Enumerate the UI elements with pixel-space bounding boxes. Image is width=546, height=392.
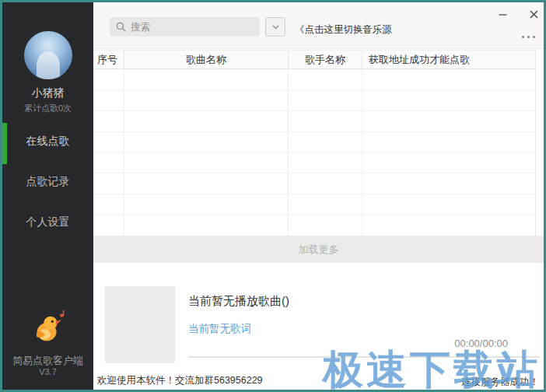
column-header-index: 序号: [93, 51, 124, 68]
song-table-body: [93, 69, 536, 236]
app-name: 简易点歌客户端: [2, 354, 93, 368]
avatar[interactable]: [24, 31, 72, 79]
table-row: [93, 173, 536, 194]
search-icon: [116, 22, 126, 32]
sidebar-item-song-history[interactable]: 点歌记录: [2, 161, 93, 201]
chevron-down-icon: [272, 25, 279, 30]
column-header-artist-name: 歌手名称: [289, 51, 362, 68]
status-bar: 欢迎使用本软件！交流加群563956229 连接服务器成功！: [93, 369, 544, 390]
welcome-status-text: 欢迎使用本软件！交流加群563956229: [97, 374, 263, 387]
more-menu-button[interactable]: [520, 33, 537, 40]
song-table-header: 序号 歌曲名称 歌手名称 获取地址成功才能点歌: [93, 50, 536, 69]
playback-time: 00:00/00:00: [454, 338, 508, 349]
album-art-placeholder: [105, 286, 175, 363]
server-status-text: 连接服务器成功！: [461, 376, 539, 389]
progress-bar[interactable]: [188, 356, 540, 358]
table-scrollbar-track[interactable]: [536, 50, 544, 236]
topbar: 《点击这里切换音乐源: [93, 2, 544, 49]
app-logo-bird-icon: [2, 310, 93, 349]
user-song-count: 累计点歌0次: [2, 103, 93, 114]
app-version: V3.7: [2, 367, 93, 376]
main-panel: 《点击这里切换音乐源 序号 歌曲名称 歌手名称 获取地址成功才能点歌: [93, 2, 544, 390]
table-row: [93, 194, 536, 215]
current-lyric-link[interactable]: 当前暂无歌词: [188, 322, 251, 336]
sidebar: 小猪猪 累计点歌0次 在线点歌 点歌记录 个人设置 简易点歌客户端 V3.7: [2, 2, 93, 390]
sidebar-item-online-song[interactable]: 在线点歌: [2, 121, 93, 161]
close-button[interactable]: [525, 6, 542, 22]
table-row: [93, 132, 536, 153]
now-playing-label: 当前暂无播放歌曲(): [188, 294, 289, 309]
column-header-url-status: 获取地址成功才能点歌: [362, 51, 536, 68]
search-box[interactable]: [110, 17, 260, 37]
load-more-button[interactable]: 加载更多: [93, 236, 544, 263]
search-input[interactable]: [131, 22, 256, 33]
player-panel: 当前暂无播放歌曲() 当前暂无歌词 00:00/00:00: [93, 263, 544, 369]
minimize-button[interactable]: [494, 6, 511, 22]
close-icon: [530, 10, 538, 19]
column-header-song-name: 歌曲名称: [124, 51, 289, 68]
username: 小猪猪: [2, 86, 93, 100]
music-source-dropdown-button[interactable]: [265, 17, 285, 37]
table-row: [93, 111, 536, 132]
table-row: [93, 153, 536, 174]
app-window: 小猪猪 累计点歌0次 在线点歌 点歌记录 个人设置 简易点歌客户端 V3.7: [0, 0, 546, 392]
table-row: [93, 69, 536, 90]
minimize-icon: [499, 10, 507, 19]
sidebar-item-personal-settings[interactable]: 个人设置: [2, 201, 93, 242]
table-row: [93, 215, 536, 236]
switch-music-source-hint[interactable]: 《点击这里切换音乐源: [295, 23, 392, 37]
table-row: [93, 90, 536, 111]
